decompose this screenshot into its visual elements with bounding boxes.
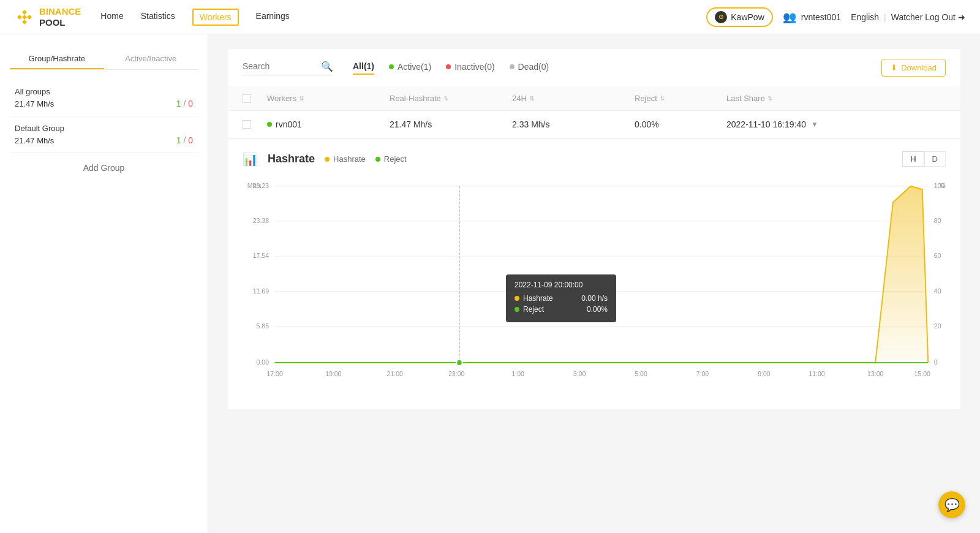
chart-header: 📊 Hashrate Hashrate Reject H [243, 151, 946, 167]
logo[interactable]: BINANCE POOL [15, 6, 81, 28]
svg-text:23:00: 23:00 [448, 370, 464, 378]
worker-name: rvn001 [276, 119, 302, 129]
reject-cell: 0.00% [635, 119, 726, 129]
svg-text:9:00: 9:00 [758, 370, 770, 378]
nav-home[interactable]: Home [100, 9, 123, 26]
lang-logout: English | Watcher Log Out ➜ [851, 12, 965, 22]
svg-point-26 [456, 360, 462, 366]
header-checkbox-cell [243, 94, 267, 103]
table-row: rvn001 21.47 Mh/s 2.33 Mh/s 0.00% 2022-1… [228, 111, 960, 138]
row-checkbox[interactable] [243, 120, 251, 129]
time-btn-d[interactable]: D [924, 151, 946, 167]
expand-icon[interactable]: ▼ [811, 120, 818, 129]
svg-marker-1 [17, 15, 22, 20]
sidebar-tab-active-inactive[interactable]: Active/Inactive [104, 49, 198, 69]
logout-button[interactable]: Watcher Log Out ➜ [891, 12, 965, 22]
user-info: 👥 rvntest001 [783, 10, 841, 24]
svg-text:21:00: 21:00 [387, 370, 403, 378]
group-all-ratio: 1 / 0 [176, 99, 193, 108]
filter-tab-dead[interactable]: Dead(0) [510, 61, 549, 75]
group-default-name: Default Group [15, 124, 193, 133]
search-icon: 🔍 [321, 61, 333, 72]
kawpow-icon: ⊙ [715, 11, 727, 23]
chart-title: Hashrate [268, 153, 315, 165]
header: BINANCE POOL Home Statistics Workers Ear… [0, 0, 980, 34]
legend-hashrate: Hashrate [325, 154, 366, 164]
search-input[interactable] [243, 61, 316, 71]
nav-statistics[interactable]: Statistics [141, 9, 175, 26]
username: rvntest001 [801, 12, 841, 22]
chart-area: 29.23 23.38 17.54 11.69 5.85 0.00 Mh/s 1… [243, 176, 946, 397]
search-box[interactable]: 🔍 [243, 61, 333, 75]
group-all-row: 21.47 Mh/s 1 / 0 [15, 99, 193, 108]
24h-sort-icon[interactable]: ⇅ [529, 95, 534, 102]
nav-earnings[interactable]: Earnings [256, 9, 290, 26]
svg-text:3:00: 3:00 [573, 370, 586, 378]
chat-fab-button[interactable]: 💬 [938, 491, 965, 518]
chart-icon: 📊 [243, 152, 258, 167]
hashrate-sort-icon[interactable]: ⇅ [443, 95, 448, 102]
svg-text:%: % [940, 182, 945, 190]
group-all-active: 1 [176, 99, 181, 108]
header-last-share: Last Share ⇅ [726, 94, 946, 103]
header-workers: Workers ⇅ [267, 94, 390, 103]
workers-sort-icon[interactable]: ⇅ [299, 95, 304, 102]
filter-tab-all[interactable]: All(1) [353, 61, 374, 75]
svg-text:5.85: 5.85 [257, 322, 269, 330]
filter-tab-inactive[interactable]: Inactive(0) [446, 61, 494, 75]
svg-text:40: 40 [934, 287, 941, 295]
chart-time-buttons: H D [902, 151, 946, 167]
group-default[interactable]: Default Group 21.47 Mh/s 1 / 0 [10, 116, 198, 153]
svg-marker-2 [27, 15, 32, 20]
svg-text:11:00: 11:00 [809, 370, 824, 378]
kawpow-label: KawPow [731, 12, 764, 22]
download-button[interactable]: ⬇ Download [881, 59, 946, 77]
legend-hashrate-dot [325, 157, 330, 162]
group-all-inactive: 0 [188, 99, 193, 108]
add-group-button[interactable]: Add Group [10, 153, 198, 183]
real-hashrate-cell: 21.47 Mh/s [390, 119, 512, 129]
inactive-dot [446, 64, 451, 69]
group-default-ratio: 1 / 0 [176, 135, 193, 145]
group-all-name: All groups [15, 87, 193, 96]
nav-workers[interactable]: Workers [192, 9, 239, 26]
svg-marker-4 [22, 15, 27, 20]
svg-text:Mh/s: Mh/s [247, 182, 262, 190]
header-24h: 24H ⇅ [512, 94, 635, 103]
chart-section: 📊 Hashrate Hashrate Reject H [228, 138, 960, 409]
sidebar: Group/Hashrate Active/Inactive All group… [0, 34, 208, 533]
worker-status-dot [267, 122, 272, 127]
group-all-hash: 21.47 Mh/s [15, 99, 54, 108]
main-layout: Group/Hashrate Active/Inactive All group… [0, 34, 980, 533]
svg-text:0.00: 0.00 [257, 358, 269, 366]
last-share-cell: 2022-11-10 16:19:40 ▼ [726, 119, 946, 129]
select-all-checkbox[interactable] [243, 94, 251, 103]
24h-cell: 2.33 Mh/s [512, 119, 635, 129]
logout-icon: ➜ [958, 12, 965, 22]
svg-text:0: 0 [934, 358, 938, 366]
svg-text:60: 60 [934, 252, 941, 260]
time-btn-h[interactable]: H [902, 151, 924, 167]
last-share-sort-icon[interactable]: ⇅ [767, 95, 772, 102]
filter-tab-active[interactable]: Active(1) [389, 61, 431, 75]
header-reject: Reject ⇅ [635, 94, 726, 103]
logo-text: BINANCE POOL [39, 6, 81, 28]
chart-legend: Hashrate Reject [325, 154, 407, 164]
group-default-inactive: 0 [188, 135, 193, 145]
svg-marker-3 [22, 20, 27, 25]
header-real-hashrate: Real-Hashrate ⇅ [390, 94, 512, 103]
group-all[interactable]: All groups 21.47 Mh/s 1 / 0 [10, 80, 198, 116]
group-default-row: 21.47 Mh/s 1 / 0 [15, 135, 193, 145]
svg-text:15:00: 15:00 [914, 370, 930, 378]
language-selector[interactable]: English [851, 12, 879, 22]
workers-table: Workers ⇅ Real-Hashrate ⇅ 24H ⇅ Reject ⇅… [228, 86, 960, 409]
reject-sort-icon[interactable]: ⇅ [660, 95, 665, 102]
active-dot [389, 64, 394, 69]
sidebar-tab-group-hashrate[interactable]: Group/Hashrate [10, 49, 104, 69]
svg-text:23.38: 23.38 [253, 217, 269, 225]
sidebar-tabs: Group/Hashrate Active/Inactive [10, 49, 198, 70]
kawpow-selector[interactable]: ⊙ KawPow [706, 7, 772, 27]
group-default-active: 1 [176, 135, 181, 145]
filter-tabs: All(1) Active(1) Inactive(0) Dead(0) [353, 61, 862, 75]
svg-text:7:00: 7:00 [696, 370, 709, 378]
